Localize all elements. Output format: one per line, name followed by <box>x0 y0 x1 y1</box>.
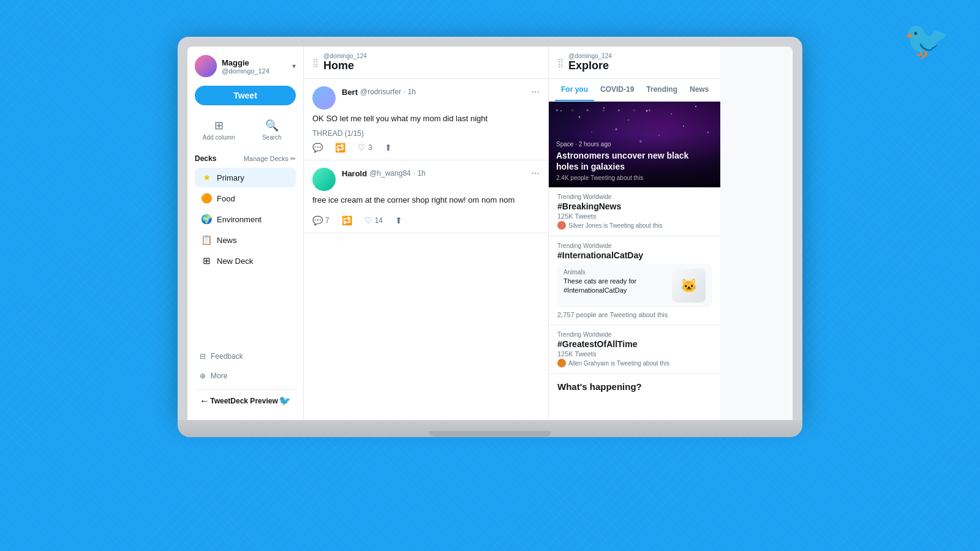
tweet-2-author-row: Harold @h_wang84 · 1h <box>342 169 426 178</box>
user-section: Maggie @domingo_124 ▾ <box>195 55 296 77</box>
environment-deck-icon: 🌍 <box>201 214 212 225</box>
tweetdeck-preview-bar: ← TweetDeck Preview 🐦 <box>195 389 296 411</box>
sidebar: Maggie @domingo_124 ▾ Tweet ⊞ Add column <box>187 47 304 420</box>
retweet-button-2[interactable]: 🔁 <box>342 216 352 225</box>
home-column-header: ⣿ @domingo_124 Home <box>304 47 548 79</box>
share-icon-1: ⬆ <box>385 143 392 152</box>
trending-cat-day[interactable]: Trending Worldwide #InternationalCatDay … <box>549 236 720 325</box>
cat-day-card-text: Animals These cats are ready for #Intern… <box>564 269 667 302</box>
tweet-2-avatar <box>312 168 336 191</box>
tweet-1-actions: 💬 🔁 ♡ 3 <box>312 143 540 152</box>
deck-item-new[interactable]: ⊞ New Deck <box>195 251 296 271</box>
preview-text: TweetDeck Preview <box>210 397 278 405</box>
deck-label-new: New Deck <box>217 257 253 266</box>
trending-3-meta: Trending Worldwide <box>557 331 712 338</box>
attributed-1-text: Silver Jones is Tweeting about this <box>568 222 662 229</box>
tweet-1-more-button[interactable]: ··· <box>532 86 540 97</box>
tweet-2-more-button[interactable]: ··· <box>532 168 540 179</box>
tweet-1-header: Bert @rodrisurfer · 1h ··· <box>312 86 540 110</box>
tweet-2-text: free ice cream at the corner shop right … <box>312 195 540 206</box>
deck-item-news[interactable]: 📋 News <box>195 230 296 250</box>
home-column-body[interactable]: Bert @rodrisurfer · 1h ··· OK SO l <box>304 79 548 420</box>
feedback-icon: ⊟ <box>200 352 206 361</box>
preview-twitter-icon: 🐦 <box>279 395 291 407</box>
action-row: ⊞ Add column 🔍 Search <box>195 115 296 144</box>
news-hero-card[interactable]: Space · 2 hours ago Astronomers uncover … <box>549 102 720 187</box>
share-button-1[interactable]: ⬆ <box>385 143 392 152</box>
trending-2-count: 2,757 people are Tweeting about this <box>557 311 712 318</box>
column-source: @domingo_124 <box>323 53 540 59</box>
tweet-2-time: · 1h <box>413 169 426 178</box>
laptop-container: Maggie @domingo_124 ▾ Tweet ⊞ Add column <box>178 37 802 437</box>
tweet-1-text: OK SO let me tell you what my mom did la… <box>312 113 540 124</box>
explore-body[interactable]: Space · 2 hours ago Astronomers uncover … <box>549 102 720 420</box>
tweet-2: Harold @h_wang84 · 1h ··· free ice <box>304 160 548 233</box>
search-button[interactable]: 🔍 Search <box>248 115 296 144</box>
column-title: Home <box>323 59 540 72</box>
like-icon-2: ♡ <box>364 216 372 225</box>
reply-button-1[interactable]: 💬 <box>312 143 323 152</box>
add-column-icon: ⊞ <box>214 119 224 132</box>
cat-image: 🐱 <box>672 269 706 302</box>
more-button[interactable]: ⊕ More <box>195 367 296 384</box>
trending-3-count: 125K Tweets <box>557 350 712 358</box>
tweet-1-info: Bert @rodrisurfer · 1h ··· <box>342 86 540 97</box>
like-count-2: 14 <box>375 216 383 225</box>
share-button-2[interactable]: ⬆ <box>395 216 402 225</box>
tweetdeck-app: Maggie @domingo_124 ▾ Tweet ⊞ Add column <box>187 47 793 420</box>
trending-1-hashtag: #BreakingNews <box>557 201 712 211</box>
deck-item-primary[interactable]: ★ Primary <box>195 168 296 187</box>
food-deck-icon: 🟠 <box>201 193 212 204</box>
back-arrow-icon[interactable]: ← <box>200 395 209 407</box>
like-button-1[interactable]: ♡ 3 <box>358 143 372 152</box>
tweet-1: Bert @rodrisurfer · 1h ··· OK SO l <box>304 79 548 160</box>
deck-label-food: Food <box>217 194 235 203</box>
explore-drag-handle[interactable]: ⣿ <box>557 58 564 67</box>
deck-item-food[interactable]: 🟠 Food <box>195 189 296 208</box>
tweet-1-name: Bert <box>342 88 358 97</box>
add-column-button[interactable]: ⊞ Add column <box>195 115 243 144</box>
trending-breaking-news[interactable]: Trending Worldwide #BreakingNews 125K Tw… <box>549 187 720 236</box>
trending-2-meta: Trending Worldwide <box>557 242 712 249</box>
trending-3-attributed: Allen Grahyam is Tweeting about this <box>557 359 712 367</box>
tab-trending[interactable]: Trending <box>640 79 684 101</box>
user-handle: @domingo_124 <box>222 67 270 75</box>
tweet-1-top-row: Bert @rodrisurfer · 1h ··· <box>342 86 540 97</box>
laptop-screen-inner: Maggie @domingo_124 ▾ Tweet ⊞ Add column <box>187 47 793 420</box>
tab-news[interactable]: News <box>684 79 715 101</box>
like-count-1: 3 <box>368 143 372 152</box>
trending-1-meta: Trending Worldwide <box>557 193 712 200</box>
tab-for-you[interactable]: For you <box>555 79 594 101</box>
tweet-2-top-row: Harold @h_wang84 · 1h ··· <box>342 168 540 179</box>
search-label: Search <box>262 134 282 141</box>
chevron-down-icon[interactable]: ▾ <box>292 62 296 70</box>
tweet-1-author-row: Bert @rodrisurfer · 1h <box>342 88 416 97</box>
cat-day-text: These cats are ready for #InternationalC… <box>564 277 667 296</box>
feedback-button[interactable]: ⊟ Feedback <box>195 348 296 365</box>
attributed-3-text: Allen Grahyam is Tweeting about this <box>568 360 669 367</box>
deck-item-environment[interactable]: 🌍 Environment <box>195 209 296 229</box>
twitter-logo: 🐦 <box>903 18 949 62</box>
column-drag-handle[interactable]: ⣿ <box>312 58 318 67</box>
tweet-2-info: Harold @h_wang84 · 1h ··· <box>342 168 540 179</box>
explore-title: Explore <box>568 59 712 72</box>
sidebar-footer: ⊟ Feedback ⊕ More ← TweetDeck Preview 🐦 <box>195 343 296 411</box>
tweet-button[interactable]: Tweet <box>195 86 296 105</box>
whats-happening: What's happening? <box>549 374 720 399</box>
tweet-2-name: Harold <box>342 169 367 178</box>
like-button-2[interactable]: ♡ 14 <box>364 216 383 225</box>
reply-button-2[interactable]: 💬 7 <box>312 216 330 225</box>
tab-covid-19[interactable]: COVID-19 <box>594 79 640 101</box>
explore-source: @domingo_124 <box>568 53 712 59</box>
tweet-1-time: · 1h <box>404 88 416 96</box>
news-hero-title: Astronomers uncover new black holes in g… <box>556 150 713 172</box>
trending-greatest[interactable]: Trending Worldwide #GreatestOfAllTime 12… <box>549 325 720 374</box>
thread-label: THREAD (1/15) <box>312 129 540 138</box>
column-meta: @domingo_124 Home <box>323 53 540 72</box>
user-info[interactable]: Maggie @domingo_124 <box>195 55 270 77</box>
deck-label-environment: Environment <box>217 215 262 224</box>
feedback-label: Feedback <box>211 352 243 361</box>
retweet-button-1[interactable]: 🔁 <box>335 143 345 152</box>
reply-icon-2: 💬 <box>312 216 323 225</box>
manage-decks-button[interactable]: Manage Decks ✏ <box>244 155 296 163</box>
